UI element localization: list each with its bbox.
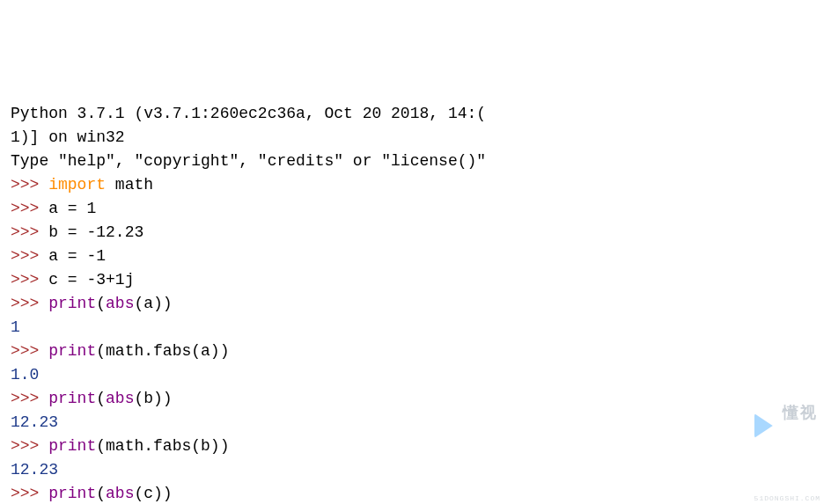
repl-output: 1.0 xyxy=(11,363,820,387)
repl-token: ( xyxy=(96,485,106,502)
repl-token: ( xyxy=(96,295,106,312)
repl-prompt: >>> xyxy=(11,342,48,360)
repl-token: print xyxy=(48,295,96,312)
repl-input-line[interactable]: >>> import math xyxy=(11,173,820,197)
repl-token: abs xyxy=(106,390,134,407)
repl-prompt: >>> xyxy=(11,295,48,312)
repl-prompt: >>> xyxy=(11,223,48,241)
repl-token: b = -12.23 xyxy=(48,223,143,241)
repl-token: (c)) xyxy=(134,485,172,502)
watermark-text: 懂视 xyxy=(783,402,820,426)
repl-token: (math.fabs(b)) xyxy=(96,437,229,455)
play-icon xyxy=(754,413,779,438)
repl-input-line[interactable]: >>> print(abs(b)) xyxy=(11,387,820,411)
python-platform-line: 1)] on win32 xyxy=(11,126,820,150)
repl-prompt: >>> xyxy=(11,200,48,217)
repl-input-line[interactable]: >>> print(math.fabs(b)) xyxy=(11,435,820,458)
repl-token: c = -3+1j xyxy=(48,271,134,289)
repl-prompt: >>> xyxy=(11,176,48,194)
repl-prompt: >>> xyxy=(11,390,48,407)
repl-output: 1 xyxy=(11,316,820,340)
repl-prompt: >>> xyxy=(11,271,48,289)
repl-token: print xyxy=(48,485,96,502)
repl-prompt: >>> xyxy=(11,247,48,265)
repl-token: (a)) xyxy=(134,295,172,312)
repl-token: a = 1 xyxy=(48,200,96,217)
watermark-sub: 51DONGSHI.COM xyxy=(754,493,820,504)
repl-token: import xyxy=(48,176,106,194)
terminal-output[interactable]: Python 3.7.1 (v3.7.1:260ec2c36a, Oct 20 … xyxy=(11,102,820,504)
repl-token: print xyxy=(48,342,96,360)
repl-token: abs xyxy=(106,295,134,312)
repl-output: 12.23 xyxy=(11,411,820,435)
repl-output: 12.23 xyxy=(11,458,820,482)
watermark: 懂视 51DONGSHI.COM xyxy=(754,354,820,497)
repl-token: print xyxy=(48,390,96,407)
repl-input-line[interactable]: >>> a = -1 xyxy=(11,245,820,268)
repl-prompt: >>> xyxy=(11,437,48,455)
repl-token: print xyxy=(48,437,96,455)
repl-input-line[interactable]: >>> b = -12.23 xyxy=(11,221,820,245)
repl-token: ( xyxy=(96,390,106,407)
repl-input-line[interactable]: >>> print(abs(a)) xyxy=(11,292,820,316)
repl-input-line[interactable]: >>> a = 1 xyxy=(11,197,820,221)
repl-input-line[interactable]: >>> c = -3+1j xyxy=(11,268,820,292)
repl-token: math xyxy=(106,176,153,194)
repl-input-line[interactable]: >>> print(math.fabs(a)) xyxy=(11,340,820,363)
repl-prompt: >>> xyxy=(11,485,48,502)
repl-token: abs xyxy=(106,485,134,502)
python-help-line: Type "help", "copyright", "credits" or "… xyxy=(11,150,820,173)
python-version-line: Python 3.7.1 (v3.7.1:260ec2c36a, Oct 20 … xyxy=(11,102,820,126)
repl-token: a = -1 xyxy=(48,247,106,265)
repl-token: (b)) xyxy=(134,390,172,407)
repl-token: (math.fabs(a)) xyxy=(96,342,229,360)
repl-input-line[interactable]: >>> print(abs(c)) xyxy=(11,482,820,504)
